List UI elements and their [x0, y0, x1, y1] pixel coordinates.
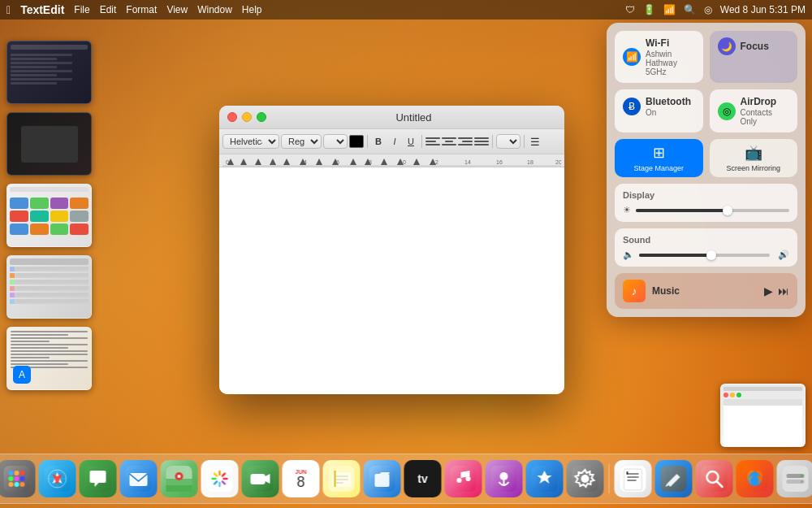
svg-text:10: 10 — [400, 159, 406, 165]
menu-view[interactable]: View — [166, 4, 188, 15]
cc-airdrop-tile[interactable]: ◎ AirDrop Contacts Only — [710, 89, 798, 132]
siri-icon[interactable]: ◎ — [704, 4, 712, 15]
divider-1 — [367, 135, 368, 148]
align-center-button[interactable] — [442, 135, 456, 148]
apple-menu[interactable]:  — [6, 3, 11, 16]
menu-help[interactable]: Help — [242, 4, 262, 15]
maximize-button[interactable] — [257, 112, 266, 122]
wifi-icon[interactable]: 📶 — [663, 4, 676, 15]
cc-row-2: Ƀ Bluetooth On ◎ AirDrop Contacts Only — [615, 89, 797, 132]
cc-stage-manager-tile[interactable]: ⊞ Stage Manager — [615, 139, 703, 177]
dock-scripteditor[interactable] — [655, 460, 693, 497]
svg-marker-8 — [350, 158, 356, 165]
dock-photos[interactable] — [201, 460, 239, 497]
appstore-icon — [532, 466, 558, 492]
menu-format[interactable]: Format — [126, 4, 157, 15]
dock-maps[interactable] — [161, 460, 198, 497]
svg-text:20: 20 — [555, 159, 561, 165]
dock-launchpad[interactable] — [0, 460, 36, 497]
preview-thumbnail[interactable] — [720, 384, 806, 447]
brightness-knob[interactable] — [723, 206, 732, 215]
svg-text:4: 4 — [304, 159, 307, 165]
align-right-button[interactable] — [458, 135, 473, 148]
minimize-button[interactable] — [242, 112, 252, 122]
volume-knob[interactable] — [706, 250, 716, 260]
dock-firefox[interactable] — [736, 460, 774, 497]
sidebar-thumb-4[interactable] — [6, 255, 92, 319]
align-left-button[interactable] — [425, 135, 440, 148]
dock-facetime[interactable] — [242, 460, 279, 497]
font-family-select[interactable]: Helvetica — [222, 134, 279, 149]
search-icon[interactable]: 🔍 — [684, 4, 696, 15]
svg-text:8: 8 — [369, 159, 372, 165]
display-label: Display — [623, 190, 789, 200]
dock-safari[interactable] — [39, 460, 76, 497]
dock-revealfind[interactable] — [696, 460, 733, 497]
dock-podcasts[interactable] — [486, 460, 523, 497]
sound-label: Sound — [623, 235, 789, 245]
editor-area[interactable] — [219, 167, 564, 394]
dock-notes[interactable] — [323, 460, 361, 497]
fast-forward-button[interactable]: ⏭ — [778, 284, 789, 297]
sidebar-thumb-2[interactable] — [6, 112, 92, 176]
revealfind-icon — [702, 466, 728, 492]
cc-screen-mirroring-tile[interactable]: 📺 Screen Mirroring — [710, 139, 798, 177]
svg-marker-12 — [413, 158, 420, 165]
list-button[interactable]: ☰ — [528, 134, 542, 149]
line-spacing-select[interactable]: 1.0 — [496, 134, 520, 149]
cc-bluetooth-tile[interactable]: Ƀ Bluetooth On — [615, 89, 703, 132]
dock-messages[interactable] — [80, 460, 117, 497]
bold-button[interactable]: B — [371, 134, 386, 149]
svg-text:18: 18 — [527, 159, 533, 165]
photos-icon — [207, 466, 233, 492]
dock-files[interactable] — [364, 460, 401, 497]
font-style-select[interactable]: Regular — [281, 134, 322, 149]
svg-point-54 — [178, 475, 181, 478]
menu-window[interactable]: Window — [197, 4, 232, 15]
calendar-day: 8 — [296, 475, 304, 489]
dock-appletv[interactable]: tv — [404, 460, 442, 497]
cc-wifi-tile[interactable]: 📶 Wi-Fi Ashwin Hathway 5GHz — [615, 31, 703, 83]
sidebar-thumbnails: A — [6, 41, 96, 390]
dock-storage[interactable] — [777, 460, 813, 497]
play-button[interactable]: ▶ — [764, 284, 773, 297]
color-swatch[interactable] — [349, 135, 364, 148]
battery-icon[interactable]: 🔋 — [643, 4, 655, 15]
preview-content — [723, 399, 802, 447]
toolbar: Helvetica Regular 12 B I U — [219, 128, 564, 154]
app-name[interactable]: TextEdit — [20, 3, 64, 16]
date-time[interactable]: Wed 8 Jun 5:31 PM — [720, 4, 806, 15]
wifi-subtitle: Ashwin Hathway 5GHz — [646, 50, 695, 76]
dock: JUN 8 t — [0, 454, 812, 504]
dock-music[interactable] — [445, 460, 482, 497]
dock-mail[interactable] — [120, 460, 158, 497]
volume-slider[interactable] — [639, 254, 770, 257]
window-titlebar: Untitled — [219, 106, 564, 128]
podcasts-icon — [491, 466, 517, 492]
svg-rect-77 — [451, 466, 477, 492]
dock-textedit[interactable] — [615, 460, 652, 497]
sidebar-thumb-1[interactable] — [6, 41, 92, 104]
svg-text:6: 6 — [336, 159, 339, 165]
close-button[interactable] — [227, 112, 237, 122]
cc-music-tile[interactable]: ♪ Music ▶ ⏭ — [615, 273, 797, 309]
italic-button[interactable]: I — [387, 134, 402, 149]
dock-settings[interactable] — [567, 460, 604, 497]
menu-file[interactable]: File — [74, 4, 89, 15]
window-title: Untitled — [271, 111, 556, 124]
dock-appstore[interactable] — [526, 460, 564, 497]
shield-icon[interactable]: 🛡 — [625, 4, 635, 15]
focus-icon: 🌙 — [718, 37, 736, 55]
sidebar-thumb-3[interactable]: A — [6, 184, 92, 247]
font-size-select[interactable]: 12 — [323, 134, 348, 149]
volume-fill — [639, 254, 711, 257]
brightness-slider[interactable] — [636, 209, 789, 212]
dock-calendar[interactable]: JUN 8 — [283, 460, 320, 497]
align-justify-button[interactable] — [474, 135, 489, 148]
divider-4 — [524, 135, 525, 148]
underline-button[interactable]: U — [404, 134, 418, 149]
cc-focus-tile[interactable]: 🌙 Focus — [710, 31, 798, 83]
ruler: 2 4 6 8 10 12 14 16 18 20 0 — [219, 154, 564, 167]
svg-rect-49 — [130, 473, 148, 486]
menu-edit[interactable]: Edit — [100, 4, 117, 15]
